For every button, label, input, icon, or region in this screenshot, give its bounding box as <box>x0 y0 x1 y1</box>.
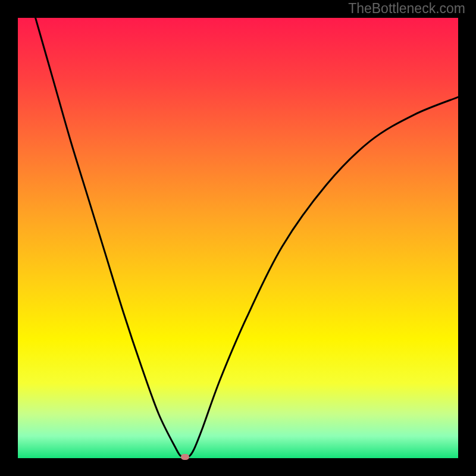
bottleneck-curve <box>36 18 458 458</box>
watermark-text: TheBottleneck.com <box>348 1 465 17</box>
curve-layer <box>18 18 458 458</box>
optimum-marker <box>181 454 189 460</box>
chart-frame: TheBottleneck.com <box>0 0 476 476</box>
plot-area <box>18 18 458 458</box>
